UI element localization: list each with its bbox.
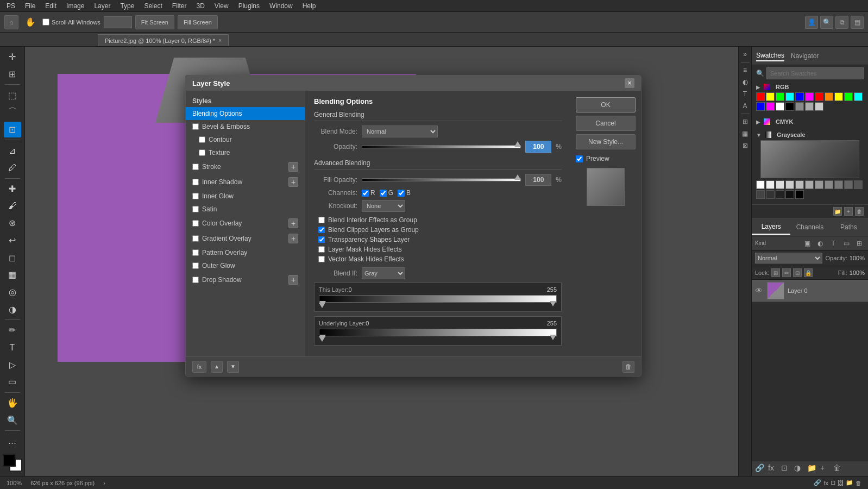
- path-select-tool[interactable]: ▷: [4, 356, 21, 373]
- swatch[interactable]: [834, 180, 843, 189]
- menu-plugins[interactable]: Plugins: [234, 1, 264, 11]
- dialog-style-item-inner-shadow[interactable]: Inner Shadow+: [186, 174, 305, 190]
- gradient-tool[interactable]: ▦: [4, 267, 21, 283]
- navigator-tab[interactable]: Navigator: [791, 51, 819, 61]
- hand-tool-btn[interactable]: ✋: [22, 14, 39, 31]
- delete-button[interactable]: 🗑: [622, 361, 634, 373]
- style-checkbox-drop-shadow[interactable]: [192, 277, 199, 283]
- layer-row[interactable]: 👁 Layer 0: [752, 280, 868, 302]
- move-down-button[interactable]: ▼: [227, 361, 239, 373]
- crop-tool[interactable]: ⊿: [4, 142, 21, 159]
- swatches-delete-btn[interactable]: 🗑: [855, 207, 864, 216]
- paths-tab[interactable]: Paths: [829, 220, 868, 234]
- brush-tool[interactable]: 🖌: [4, 198, 21, 214]
- filter-adjust-btn[interactable]: ◐: [815, 238, 826, 249]
- dialog-style-item-texture[interactable]: Texture: [186, 146, 305, 159]
- home-button[interactable]: ⌂: [4, 15, 18, 29]
- arrange-icon[interactable]: ⧉: [835, 16, 848, 29]
- filter-type-btn[interactable]: T: [828, 238, 839, 249]
- eraser-tool[interactable]: ◻: [4, 249, 21, 266]
- mask-btn[interactable]: ⊡: [781, 463, 792, 474]
- swatch[interactable]: [766, 190, 775, 199]
- marquee-tool[interactable]: ⬚: [4, 87, 21, 103]
- menu-3d[interactable]: 3D: [192, 1, 209, 11]
- dialog-style-item-inner-glow[interactable]: Inner Glow: [186, 190, 305, 203]
- lock-position-btn[interactable]: ✏: [782, 268, 791, 277]
- swatches-folder-btn[interactable]: 📁: [833, 207, 842, 216]
- opacity-input[interactable]: [525, 141, 551, 153]
- swatch[interactable]: [825, 180, 833, 189]
- lock-pixels-btn[interactable]: ⊞: [771, 268, 780, 277]
- style-checkbox-bevel-emboss[interactable]: [192, 123, 199, 130]
- underlying-bottom-thumb[interactable]: [319, 336, 325, 342]
- dialog-close-button[interactable]: ×: [625, 78, 634, 88]
- swatch[interactable]: [815, 180, 823, 189]
- lock-all-btn[interactable]: 🔒: [804, 268, 813, 277]
- delete-layer-btn[interactable]: 🗑: [833, 463, 844, 474]
- layer-visibility-btn[interactable]: 👁: [755, 286, 764, 295]
- swatch[interactable]: [785, 180, 794, 189]
- document-tab[interactable]: Picture2.jpg @ 100% (Layer 0, RGB/8#) * …: [98, 34, 229, 46]
- preview-checkbox[interactable]: [576, 155, 583, 162]
- dialog-style-item-drop-shadow[interactable]: Drop Shadow+: [186, 272, 305, 287]
- scroll-all-windows-checkbox[interactable]: [42, 18, 49, 26]
- dialog-style-item-blending-options[interactable]: Blending Options: [186, 107, 305, 120]
- zoom-tool[interactable]: 🔍: [4, 412, 21, 428]
- folder-btn[interactable]: 📁: [807, 463, 818, 474]
- blend-mode-select[interactable]: Normal Dissolve Multiply Screen: [362, 126, 438, 137]
- search-icon-toolbar[interactable]: 🔍: [820, 16, 833, 29]
- dialog-style-item-pattern-overlay[interactable]: Pattern Overlay: [186, 246, 305, 259]
- knockout-select[interactable]: None Shallow Deep: [362, 200, 405, 212]
- channel-r-checkbox[interactable]: [362, 190, 369, 197]
- cmyk-section-header[interactable]: ▶ CMYK: [756, 118, 864, 125]
- grayscale-section-header[interactable]: ▼ Grayscale: [756, 131, 864, 138]
- pen-tool[interactable]: ✏: [4, 322, 21, 338]
- swatch[interactable]: [776, 180, 784, 189]
- swatch[interactable]: [844, 92, 853, 101]
- style-checkbox-gradient-overlay[interactable]: [192, 235, 199, 242]
- swatch[interactable]: [766, 102, 775, 111]
- layers-blend-select[interactable]: Normal: [755, 253, 822, 264]
- props-icon-btn[interactable]: ⊞: [740, 116, 751, 127]
- menu-filter[interactable]: Filter: [168, 1, 191, 11]
- style-checkbox-color-overlay[interactable]: [192, 220, 199, 227]
- effects-btn[interactable]: fx: [768, 463, 779, 474]
- menu-image[interactable]: Image: [62, 1, 89, 11]
- channels-tab[interactable]: Channels: [790, 220, 829, 234]
- fit-screen-button[interactable]: Fit Screen: [135, 15, 174, 29]
- underlying-thumb-right[interactable]: [550, 335, 556, 340]
- filter-shape-btn[interactable]: ▭: [841, 238, 852, 249]
- artboard-tool[interactable]: ⊞: [4, 66, 21, 83]
- this-layer-bottom-thumb[interactable]: [319, 303, 325, 308]
- this-layer-thumb-right[interactable]: [550, 301, 556, 306]
- move-tool[interactable]: ✛: [4, 49, 21, 65]
- user-icon[interactable]: 👤: [805, 16, 818, 29]
- swatch[interactable]: [825, 92, 833, 101]
- style-checkbox-pattern-overlay[interactable]: [192, 249, 199, 256]
- swatch[interactable]: [815, 102, 823, 111]
- dialog-style-item-gradient-overlay[interactable]: Gradient Overlay+: [186, 231, 305, 246]
- rgb-section-header[interactable]: ▶ RGB: [756, 84, 864, 90]
- eyedropper-tool[interactable]: 🖊: [4, 160, 21, 176]
- menu-type[interactable]: Type: [116, 1, 139, 11]
- style-checkbox-stroke[interactable]: [192, 164, 199, 170]
- swatch[interactable]: [795, 190, 804, 199]
- fx-button[interactable]: fx: [192, 361, 206, 373]
- swatch[interactable]: [795, 102, 804, 111]
- object-select-tool[interactable]: ⊡: [4, 122, 21, 138]
- style-add-btn-inner-shadow[interactable]: +: [288, 177, 298, 187]
- swatch[interactable]: [756, 92, 765, 101]
- fill-screen-button[interactable]: Fill Screen: [178, 15, 218, 29]
- blend-clipped-checkbox[interactable]: [318, 227, 325, 233]
- style-checkbox-outer-glow[interactable]: [192, 262, 199, 269]
- document-tab-close[interactable]: ×: [218, 37, 222, 43]
- filter-smartobj-btn[interactable]: ⊞: [854, 238, 865, 249]
- history-brush-tool[interactable]: ↩: [4, 233, 21, 249]
- cancel-button[interactable]: Cancel: [576, 116, 636, 131]
- new-style-button[interactable]: New Style...: [576, 134, 636, 149]
- dodge-tool[interactable]: ◑: [4, 301, 21, 317]
- style-add-btn-drop-shadow[interactable]: +: [288, 275, 298, 285]
- swatches-tab[interactable]: Swatches: [756, 51, 784, 61]
- foreground-color[interactable]: [3, 454, 16, 467]
- link-btn[interactable]: 🔗: [755, 463, 766, 474]
